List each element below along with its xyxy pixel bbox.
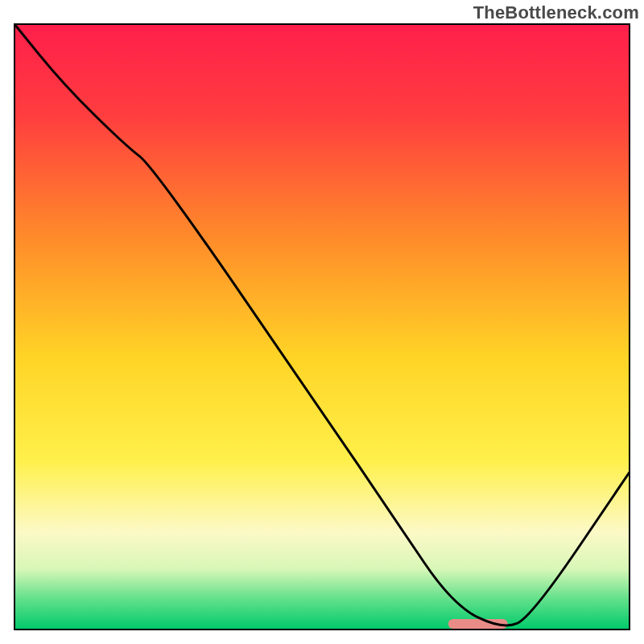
watermark-text: TheBottleneck.com	[473, 2, 639, 23]
bottleneck-chart	[0, 0, 644, 644]
chart-frame: TheBottleneck.com	[0, 0, 644, 644]
gradient-background	[14, 24, 630, 630]
